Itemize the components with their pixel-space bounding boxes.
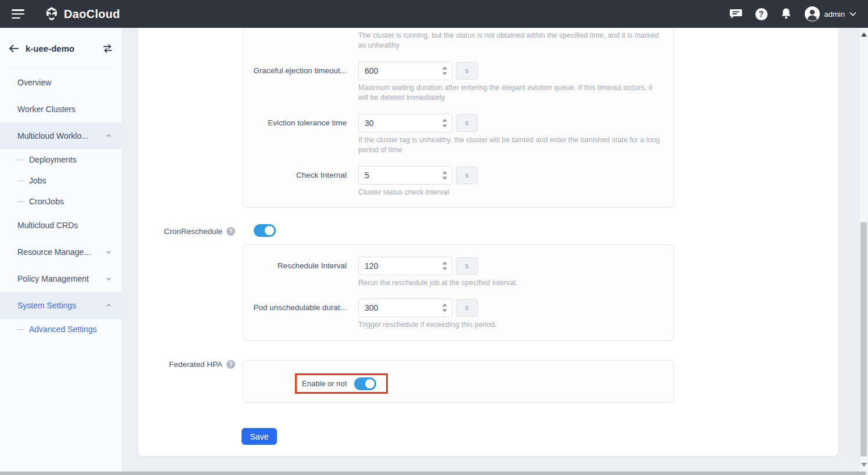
federated-hpa-label: Federated HPA (169, 360, 222, 369)
back-arrow-icon[interactable] (9, 44, 19, 53)
brand-name: DaoCloud (64, 8, 120, 21)
brand: DaoCloud (44, 6, 120, 21)
eviction-tolerance-value[interactable] (359, 114, 433, 132)
form-row-eviction-tolerance: Eviction tolerance time s (243, 114, 673, 132)
form-row-reschedule-interval: Reschedule Interval s (243, 257, 673, 275)
top-navbar: DaoCloud ? admin (0, 0, 868, 28)
helper-text: Trigger reschedule if exceeding this per… (358, 320, 662, 330)
unit-seconds: s (456, 299, 478, 316)
unit-seconds: s (456, 257, 478, 275)
federated-hpa-label-row: Federated HPA ? (138, 359, 242, 369)
unit-seconds: s (456, 62, 478, 80)
cluster-status-group: The cluster is running, but the status i… (242, 28, 674, 208)
sidebar-item-deployments[interactable]: — Deployments (0, 149, 121, 170)
sidebar-item-resource-management[interactable]: Resource Manage... (0, 239, 121, 265)
dash-icon: — (17, 197, 24, 206)
vertical-scrollbar[interactable] (859, 28, 868, 472)
reschedule-interval-input (358, 257, 452, 275)
helper-text: Rerun the reschedule job at the specifie… (358, 278, 662, 288)
sidebar-item-multicloud-crds[interactable]: Multicloud CRDs (0, 212, 121, 239)
reschedule-interval-value[interactable] (359, 257, 433, 275)
username: admin (824, 10, 845, 19)
help-icon[interactable]: ? (226, 227, 235, 236)
sidebar-item-multicloud-workloads[interactable]: Multicloud Worklo... (0, 123, 121, 149)
number-stepper[interactable] (442, 119, 447, 128)
status-helper-text: The cluster is running, but the status i… (358, 31, 662, 51)
sidebar-item-worker-clusters[interactable]: Worker Clusters (0, 96, 121, 123)
helper-text: Maximum waiting duration after entering … (358, 83, 662, 103)
helper-text: If the cluster tag is unhealthy, the clu… (358, 135, 662, 155)
user-menu[interactable]: admin (805, 6, 856, 21)
horizontal-scrollbar[interactable] (0, 472, 868, 475)
dash-icon: — (17, 177, 24, 185)
cron-reschedule-group: Reschedule Interval s Rerun the reschedu… (242, 244, 674, 341)
dash-icon: — (17, 156, 24, 164)
chevron-up-icon (106, 133, 111, 139)
sidebar-item-system-settings[interactable]: System Settings (0, 292, 121, 319)
help-icon[interactable]: ? (755, 8, 768, 20)
avatar (805, 6, 820, 21)
number-stepper[interactable] (442, 304, 447, 312)
helper-text: Cluster status check interval (358, 188, 662, 197)
save-button[interactable]: Save (242, 428, 277, 445)
sidebar-item-jobs[interactable]: — Jobs (0, 170, 121, 191)
chevron-down-icon (849, 12, 856, 16)
federated-hpa-group: Enable or not (242, 360, 674, 403)
horizontal-scrollbar-thumb[interactable] (0, 472, 866, 475)
cron-reschedule-label: CronReschedule (164, 227, 222, 236)
number-stepper[interactable] (442, 171, 447, 180)
sidebar-item-cronjobs[interactable]: — CronJobs (0, 191, 121, 212)
number-stepper[interactable] (442, 262, 447, 271)
graceful-ejection-value[interactable] (359, 62, 433, 80)
pod-unschedulable-input (358, 298, 452, 317)
chevron-down-icon (106, 276, 111, 282)
check-internal-input (358, 166, 452, 185)
feedback-chat-icon[interactable] (730, 8, 743, 20)
sidebar-item-overview[interactable]: Overview (0, 69, 121, 96)
daocloud-logo-icon (44, 6, 59, 21)
sidebar-item-policy-management[interactable]: Policy Management (0, 265, 121, 292)
eviction-tolerance-input (358, 114, 452, 132)
unit-seconds: s (456, 114, 478, 132)
sidebar-item-advanced-settings[interactable]: — Advanced Settings (0, 319, 121, 340)
federated-hpa-toggle[interactable] (354, 377, 376, 390)
pod-unschedulable-value[interactable] (359, 299, 433, 316)
form-row-check-internal: Check Internal s (243, 166, 673, 185)
form-row-graceful-ejection: Graceful ejection timeout... s (243, 62, 673, 80)
advanced-settings-panel: The cluster is running, but the status i… (138, 28, 838, 456)
notifications-bell-icon[interactable] (780, 8, 792, 20)
highlight-rectangle: Enable or not (295, 373, 388, 394)
switch-cluster-icon[interactable] (103, 44, 113, 53)
number-stepper[interactable] (442, 67, 447, 75)
check-internal-value[interactable] (359, 167, 433, 184)
cluster-name: k-uee-demo (26, 44, 103, 53)
graceful-ejection-input (358, 62, 452, 80)
scroll-down-arrow-icon[interactable] (861, 463, 867, 467)
chevron-down-icon (106, 249, 111, 255)
cron-reschedule-label-row: CronReschedule ? (138, 224, 242, 238)
help-icon[interactable]: ? (226, 360, 235, 369)
scroll-up-arrow-icon[interactable] (861, 33, 867, 37)
form-row-pod-unschedulable: Pod unschedulable durat... s (243, 298, 673, 317)
unit-seconds: s (456, 167, 478, 184)
chevron-up-icon (106, 303, 111, 308)
vertical-scrollbar-thumb[interactable] (860, 222, 867, 456)
enable-or-not-label: Enable or not (302, 379, 347, 388)
sidebar: k-uee-demo Overview Worker Clusters Mult… (0, 28, 121, 475)
menu-toggle-icon[interactable] (12, 9, 24, 19)
dash-icon: — (17, 325, 24, 333)
cron-reschedule-toggle[interactable] (254, 224, 276, 237)
